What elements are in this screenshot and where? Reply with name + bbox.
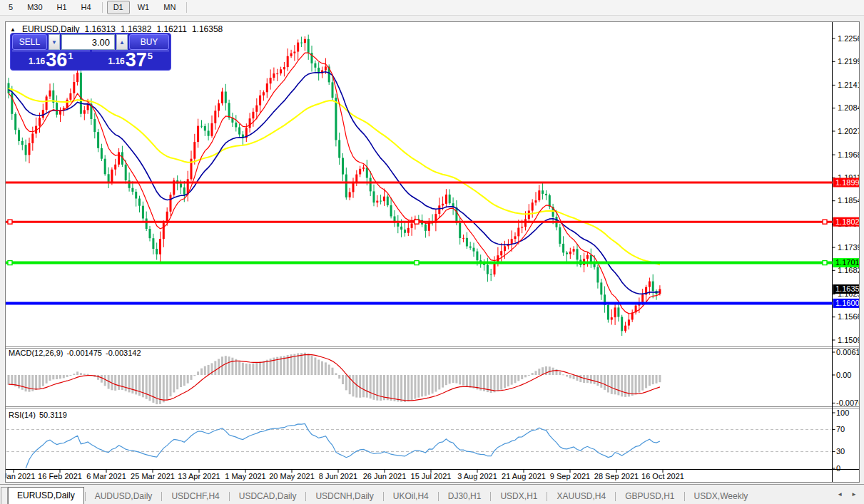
chart-tab-usdcad-daily[interactable]: USDCAD,Daily: [230, 488, 305, 504]
svg-text:1.20270: 1.20270: [838, 127, 859, 135]
svg-text:20 May 2021: 20 May 2021: [269, 472, 315, 480]
chart-tab-eurusd-daily[interactable]: EURUSD,Daily: [8, 487, 84, 504]
svg-text:100: 100: [836, 408, 849, 417]
chart-tab-usdx-weekly[interactable]: USDX,Weekly: [686, 488, 757, 504]
rsi-name: RSI(14): [9, 411, 36, 419]
svg-text:28 Jan 2021: 28 Jan 2021: [6, 472, 35, 480]
svg-text:70: 70: [836, 425, 845, 433]
bid-prefix: 1.16: [29, 56, 45, 66]
tab-separator: [229, 492, 230, 501]
mt4-terminal: { "toolbar": { "items": [ {"label": "5"}…: [0, 0, 864, 504]
rsi-value: 50.3119: [39, 411, 67, 419]
chart-tab-usdcnh-daily[interactable]: USDCNH,Daily: [307, 488, 382, 504]
svg-text:13 Apr 2021: 13 Apr 2021: [178, 472, 220, 480]
timeframe-button-h1[interactable]: H1: [51, 1, 73, 14]
sell-button[interactable]: SELL: [12, 34, 47, 50]
svg-text:1 May 2021: 1 May 2021: [225, 472, 265, 480]
timeframe-button-mn[interactable]: MN: [157, 1, 182, 14]
svg-text:1.18998: 1.18998: [835, 178, 859, 187]
volume-decrease-button[interactable]: ▼: [49, 34, 60, 50]
tab-scroll-arrows: ◄ ►: [837, 491, 857, 498]
chart-tab-audusd-daily[interactable]: AUDUSD,Daily: [86, 488, 161, 504]
svg-text:25 Mar 2021: 25 Mar 2021: [131, 472, 175, 480]
tab-separator: [161, 492, 162, 501]
volume-increase-button[interactable]: ▲: [116, 34, 128, 50]
chart-tab-usdx-h1[interactable]: USDX,H1: [492, 488, 546, 504]
toolbar-separator: [102, 2, 103, 13]
chart-tab-xauusd-h4[interactable]: XAUUSD,H4: [548, 488, 614, 504]
one-click-trading-panel: SELL ▼ ▲ BUY 1.16 36 1 1.16 37 5: [10, 33, 171, 71]
svg-text:6 Mar 2021: 6 Mar 2021: [86, 472, 126, 480]
svg-text:9 Sep 2021: 9 Sep 2021: [550, 472, 590, 480]
svg-text:1.21410: 1.21410: [838, 81, 859, 89]
svg-text:28 Sep 2021: 28 Sep 2021: [594, 472, 639, 480]
tabbar-edge-strip: [1, 487, 8, 504]
svg-text:26 Jun 2021: 26 Jun 2021: [363, 472, 407, 480]
collapse-panel-icon[interactable]: ▲: [10, 26, 16, 33]
svg-text:0.00: 0.00: [836, 371, 851, 379]
svg-text:1.15665: 1.15665: [838, 312, 859, 321]
chart-tab-gbpusd-h1[interactable]: GBPUSD,H1: [616, 488, 683, 504]
chart-tabbar: EURUSD,DailyAUDUSD,DailyUSDCHF,H4USDCAD,…: [0, 484, 864, 504]
tab-separator: [383, 492, 384, 501]
svg-text:1.22565: 1.22565: [838, 34, 859, 43]
macd-name: MACD(12,26,9): [9, 349, 63, 357]
timeframe-button-w1[interactable]: W1: [131, 1, 156, 14]
macd-indicator-title: MACD(12,26,9) -0.001475 -0.003142: [9, 349, 141, 357]
tab-separator: [85, 492, 86, 501]
svg-text:15 Jul 2021: 15 Jul 2021: [411, 472, 452, 480]
tab-scroll-left-icon[interactable]: ◄: [837, 491, 843, 498]
bid-pip-digit: 1: [68, 51, 73, 61]
svg-text:30: 30: [836, 447, 845, 456]
svg-text:1.18024: 1.18024: [835, 217, 859, 226]
volume-input[interactable]: [61, 34, 115, 50]
ask-pip-digit: 5: [148, 51, 153, 61]
bid-price-display[interactable]: 1.16 36 1: [12, 51, 90, 69]
chart-canvas[interactable]: 1.225651.219951.214101.208401.202701.196…: [6, 22, 859, 482]
svg-text:1.15095: 1.15095: [838, 336, 859, 344]
macd-main-value: -0.001475: [66, 349, 102, 357]
timeframe-button-5[interactable]: 5: [2, 1, 19, 14]
svg-text:-0.007621: -0.007621: [836, 398, 859, 407]
timeframe-toolbar: 5M30H1H4D1W1MN: [0, 0, 864, 16]
svg-text:1.18545: 1.18545: [838, 196, 859, 205]
svg-text:1.19685: 1.19685: [838, 150, 859, 159]
toolbar-separator: [186, 2, 187, 13]
buy-button[interactable]: BUY: [129, 34, 169, 50]
ask-prefix: 1.16: [108, 56, 124, 66]
timeframe-button-h4[interactable]: H4: [75, 1, 98, 14]
tab-separator: [684, 492, 685, 501]
tab-separator: [305, 492, 306, 501]
svg-text:3 Aug 2021: 3 Aug 2021: [457, 472, 497, 480]
svg-text:8 Jun 2021: 8 Jun 2021: [319, 472, 357, 480]
tab-scroll-right-icon[interactable]: ►: [851, 491, 857, 498]
tab-separator: [615, 492, 616, 501]
svg-text:21 Aug 2021: 21 Aug 2021: [502, 472, 546, 480]
svg-text:16 Oct 2021: 16 Oct 2021: [641, 472, 684, 480]
macd-signal-value: -0.003142: [106, 349, 141, 357]
svg-text:1.21995: 1.21995: [838, 57, 859, 66]
tab-separator: [490, 492, 491, 501]
svg-text:0.006193: 0.006193: [836, 348, 859, 356]
ohlc-close: 1.16358: [192, 24, 223, 34]
ask-big-digits: 37: [126, 51, 147, 68]
chart-tab-ukoil-h4[interactable]: UKOil,H4: [385, 488, 437, 504]
svg-text:1.17010: 1.17010: [835, 258, 859, 267]
svg-text:0: 0: [836, 464, 840, 473]
bid-big-digits: 36: [46, 51, 67, 68]
chart-window: 1.225651.219951.214101.208401.202701.196…: [5, 21, 860, 483]
svg-text:1.16007: 1.16007: [835, 299, 859, 307]
ask-price-display[interactable]: 1.16 37 5: [92, 51, 170, 69]
svg-text:16 Feb 2021: 16 Feb 2021: [38, 472, 82, 480]
timeframe-button-d1[interactable]: D1: [107, 1, 130, 14]
chart-tab-dj30-h1[interactable]: DJ30,H1: [439, 488, 490, 504]
tab-separator: [438, 492, 439, 501]
chart-tab-usdchf-h4[interactable]: USDCHF,H4: [163, 488, 228, 504]
svg-text:1.17390: 1.17390: [838, 243, 859, 252]
tab-separator: [547, 492, 547, 501]
timeframe-button-m30[interactable]: M30: [21, 1, 49, 14]
rsi-indicator-title: RSI(14) 50.3119: [9, 411, 67, 419]
svg-text:1.20840: 1.20840: [838, 103, 859, 112]
svg-text:1.16358: 1.16358: [835, 284, 859, 293]
